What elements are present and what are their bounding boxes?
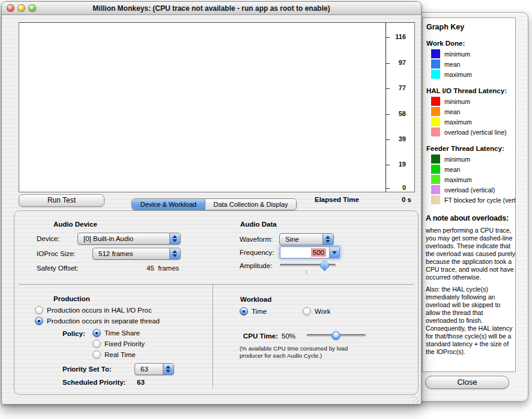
policy-label: Policy: [62,330,85,337]
policy-time-share-option[interactable]: Time Share [92,329,140,337]
minimize-window-icon[interactable] [17,4,25,12]
cpu-time-label: CPU Time: [243,332,278,340]
device-label: Device: [37,235,59,242]
legend-swatch [431,70,440,79]
legend-label: minimum [444,50,470,58]
zoom-window-icon[interactable] [28,4,36,12]
legend-item: maximum [431,175,514,184]
graph-key-title: Graph Key [426,23,514,31]
legend-item: overload (vertical line) [431,127,514,136]
legend-label: overload (vertical line) [444,129,507,136]
elapsed-time-value: 0 s [402,196,411,203]
tab-data-collection-and-display[interactable]: Data Collection & Display [205,199,296,210]
device-popup[interactable]: [0] Built-in Audio [77,233,181,245]
legend-item: FT blocked for cycle (vertical) [431,195,514,204]
legend-swatch [431,97,440,106]
close-window-icon[interactable] [7,4,14,12]
run-test-button[interactable]: Run Test [19,194,104,207]
legend-swatch [431,154,440,164]
legend-label: maximum [444,71,472,78]
workload-work-option[interactable]: Work [303,307,331,316]
y-axis-tick: 77 [385,88,410,89]
y-axis-tick: 39 [385,139,410,140]
legend-item: mean [431,60,514,69]
horizontal-divider [19,284,414,285]
waveform-popup[interactable]: Sine [279,233,334,245]
priority-set-to-label: Priority Set To: [62,365,112,373]
legend-label: maximum [444,176,472,183]
y-axis-tick: 97 [385,63,410,64]
legend-group-title-hal-latency: HAL I/O Thread Latency: [426,87,514,94]
graph-key-content: Graph Key Work Done: minimum mean maximu… [422,17,516,372]
y-axis-tick: 0 [385,188,410,189]
legend-label: minimum [444,98,470,105]
tab-bar: Device & Workload Data Collection & Disp… [131,198,297,210]
radio-icon[interactable] [35,317,43,325]
amplitude-slider-tick [306,271,307,274]
legend-label: maximum [444,118,472,126]
production-separate-thread-option[interactable]: Production occurs in separate thread [35,317,160,325]
ioproc-size-label: IOProc Size: [37,250,76,257]
graph-key-window: Graph Key Work Done: minimum mean maximu… [417,12,528,402]
cpu-time-value: 50% [282,332,295,340]
amplitude-label: Amplitude: [240,262,272,269]
frequency-label: Frequency: [240,249,274,256]
policy-fixed-priority-option[interactable]: Fixed Priority [92,340,145,348]
popup-stepper-icon [322,234,333,245]
legend-item: mean [431,107,514,116]
radio-icon[interactable] [303,307,311,316]
tab-device-and-workload[interactable]: Device & Workload [132,199,205,210]
production-hal-ioproc-option[interactable]: Production occurs in HAL I/O Proc [35,306,152,314]
waveform-label: Waveform: [240,236,273,243]
legend-label: mean [444,108,461,115]
graph-y-axis [385,23,386,192]
audio-data-section-title: Audio Data [240,221,277,228]
legend-item: maximum [431,70,514,79]
radio-icon[interactable] [240,307,248,316]
resize-handle[interactable] [413,396,420,403]
safety-offset-label: Safety Offset: [37,265,78,272]
cpu-time-caption: (% available CPU time consumed by load p… [240,345,357,359]
overload-note-paragraph-1: when performing a CPU trace, you may get… [426,227,516,281]
legend-label: FT blocked for cycle (vertical) [444,197,516,204]
frequency-input[interactable]: 500 [280,246,340,258]
scheduled-priority-value: 63 [137,379,145,386]
legend-swatch [431,175,440,184]
radio-icon[interactable] [92,340,101,348]
vertical-divider [213,285,213,388]
radio-icon[interactable] [35,306,43,314]
legend-label: overload (vertical) [444,186,495,194]
cpu-time-slider-thumb[interactable] [331,331,340,340]
production-section-title: Production [53,295,90,302]
workload-time-option[interactable]: Time [240,307,267,316]
workload-section-title: Workload [240,296,271,303]
legend-swatch [431,49,440,58]
ioproc-size-popup[interactable]: 512 frames [92,248,181,260]
legend-label: minimum [444,156,470,163]
policy-real-time-option[interactable]: Real Time [92,350,136,359]
legend-swatch [431,107,440,116]
million-monkeys-window: Million Monkeys: (CPU trace not availabl… [1,1,422,405]
legend-group-title-feeder-latency: Feeder Thread Latency: [426,145,514,152]
overload-note-title: A note about overloads: [426,214,514,222]
title-bar: Million Monkeys: (CPU trace not availabl… [2,2,421,15]
legend-swatch [431,185,440,194]
legend-group-title-work-done: Work Done: [426,40,514,47]
y-axis-tick: 116 [385,37,410,38]
radio-icon[interactable] [92,329,101,337]
safety-offset-value: 45 frames [147,265,179,272]
legend-item: minimum [431,97,514,106]
legend-label: mean [444,61,461,68]
close-button[interactable]: Close [425,376,509,389]
legend-label: mean [444,166,461,173]
legend-item: minimum [431,154,514,164]
frequency-value: 500 [311,248,326,257]
dropdown-arrow-icon[interactable] [329,247,339,258]
legend-swatch [431,60,440,69]
graph-plot-area: 116 97 77 58 39 19 0 [19,22,415,192]
radio-icon[interactable] [92,350,101,359]
y-axis-tick: 19 [385,165,410,165]
legend-item: maximum [431,117,514,126]
legend-item: minimum [431,49,514,58]
priority-popup[interactable]: 63 [135,363,174,375]
